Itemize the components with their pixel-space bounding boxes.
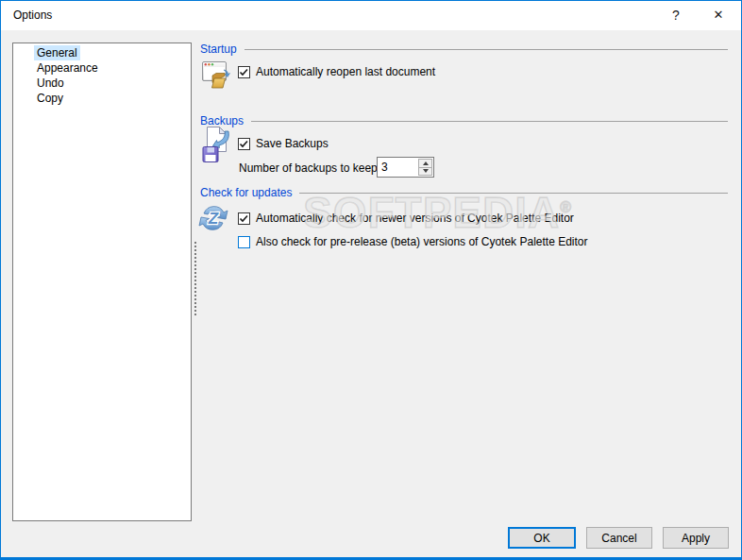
checkbox-label: Also check for pre-release (beta) versio… bbox=[256, 235, 588, 249]
backup-save-icon bbox=[201, 126, 233, 163]
sidebar-item-general[interactable]: General bbox=[34, 45, 80, 60]
section-title: Check for updates bbox=[200, 186, 292, 199]
cancel-button[interactable]: Cancel bbox=[586, 527, 652, 549]
sidebar-item-copy[interactable]: Copy bbox=[34, 91, 66, 106]
check-icon bbox=[239, 139, 249, 149]
check-icon bbox=[239, 67, 249, 77]
sidebar-item-appearance[interactable]: Appearance bbox=[34, 60, 101, 76]
down-arrow-icon bbox=[423, 169, 429, 173]
spinner-buttons bbox=[417, 158, 433, 177]
reopen-last-document-option: Automatically reopen last document bbox=[238, 65, 435, 79]
help-button[interactable]: ? bbox=[656, 1, 696, 30]
section-divider bbox=[251, 121, 728, 122]
sidebar-item-undo[interactable]: Undo bbox=[34, 76, 67, 91]
spin-down-button[interactable] bbox=[418, 167, 432, 177]
prerelease-check-checkbox[interactable] bbox=[238, 236, 250, 248]
app-window-folder-icon bbox=[201, 59, 232, 90]
prerelease-check-option: Also check for pre-release (beta) versio… bbox=[238, 235, 588, 249]
check-icon bbox=[239, 213, 249, 224]
update-refresh-icon: Z bbox=[196, 201, 230, 235]
options-dialog: Options ? ✕ General Appearance Undo Copy… bbox=[0, 0, 742, 560]
section-header-updates: Check for updates bbox=[200, 186, 728, 199]
backups-to-keep-spinner: 3 bbox=[377, 157, 434, 178]
checkbox-label: Automatically check for newer versions o… bbox=[256, 212, 574, 226]
section-header-startup: Startup bbox=[200, 42, 728, 56]
save-backups-checkbox[interactable] bbox=[238, 138, 250, 150]
section-header-backups: Backups bbox=[200, 114, 728, 127]
auto-check-updates-option: Automatically check for newer versions o… bbox=[238, 212, 574, 226]
window-title: Options bbox=[1, 1, 656, 30]
title-bar: Options ? ✕ bbox=[1, 1, 741, 30]
backups-to-keep-input[interactable]: 3 bbox=[378, 158, 417, 177]
close-button[interactable]: ✕ bbox=[696, 1, 741, 30]
reopen-last-document-checkbox[interactable] bbox=[238, 66, 250, 78]
up-arrow-icon bbox=[423, 161, 429, 165]
auto-check-updates-checkbox[interactable] bbox=[238, 212, 250, 225]
section-divider bbox=[299, 193, 728, 194]
save-backups-option: Save Backups bbox=[238, 137, 329, 151]
svg-text:Z: Z bbox=[208, 210, 219, 228]
backups-to-keep-label: Number of backups to keep: bbox=[239, 161, 380, 175]
splitter-grip[interactable] bbox=[194, 242, 196, 315]
category-list: General Appearance Undo Copy bbox=[12, 42, 192, 521]
ok-button[interactable]: OK bbox=[508, 527, 576, 549]
section-title: Startup bbox=[200, 42, 237, 56]
section-divider bbox=[245, 49, 728, 50]
checkbox-label: Automatically reopen last document bbox=[256, 65, 435, 79]
checkbox-label: Save Backups bbox=[256, 137, 329, 151]
dialog-body: General Appearance Undo Copy Startup bbox=[1, 30, 741, 557]
apply-button[interactable]: Apply bbox=[663, 527, 729, 549]
